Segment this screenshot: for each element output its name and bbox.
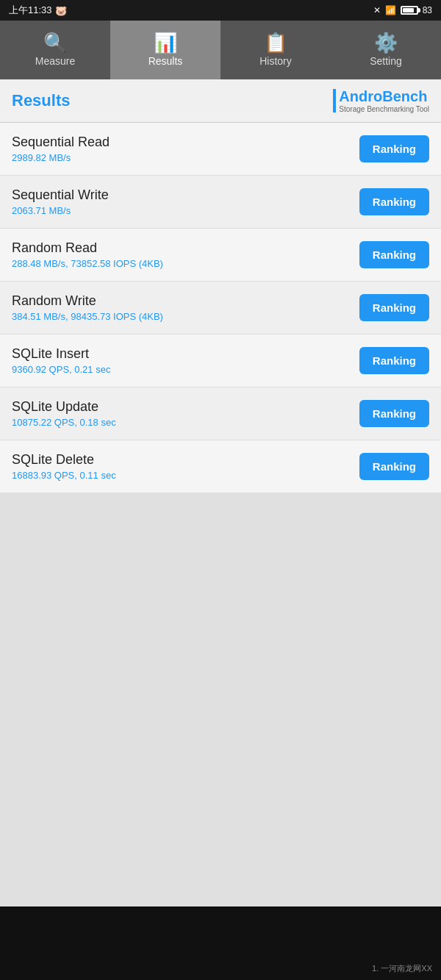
results-icon: 📊 [154,33,177,52]
status-bar: 上午11:33 🐷 ✕ 📶 83 [0,0,441,21]
benchmark-name: Random Write [12,293,351,309]
brand-name-part1: Andro [339,88,382,104]
status-right: ✕ 📶 83 [373,5,432,15]
benchmark-name: SQLite Insert [12,346,351,362]
brand-logo: AndroBench Storage Benchmarking Tool [333,88,429,113]
benchmark-info: SQLite Update 10875.22 QPS, 0.18 sec [12,399,351,428]
nav-tabs: 🔍 Measure 📊 Results 📋 History ⚙️ Setting [0,21,441,79]
brand-vertical-bar [333,89,336,112]
tab-results[interactable]: 📊 Results [110,21,220,79]
benchmark-info: Random Read 288.48 MB/s, 73852.58 IOPS (… [12,240,351,269]
benchmark-value: 288.48 MB/s, 73852.58 IOPS (4KB) [12,258,351,269]
results-title: Results [12,91,70,110]
benchmark-name: SQLite Update [12,399,351,415]
table-row: Random Write 384.51 MB/s, 98435.73 IOPS … [0,282,441,335]
benchmark-info: Random Write 384.51 MB/s, 98435.73 IOPS … [12,293,351,322]
tab-setting-label: Setting [370,55,402,67]
watermark-area [0,493,441,906]
ranking-button[interactable]: Ranking [359,294,429,321]
benchmark-value: 384.51 MB/s, 98435.73 IOPS (4KB) [12,311,351,322]
measure-icon: 🔍 [43,33,67,52]
benchmark-info: Sequential Write 2063.71 MB/s [12,187,351,216]
benchmark-info: SQLite Insert 9360.92 QPS, 0.21 sec [12,346,351,375]
brand-tagline: Storage Benchmarking Tool [339,105,429,113]
table-row: SQLite Delete 16883.93 QPS, 0.11 sec Ran… [0,440,441,493]
benchmark-list: Sequential Read 2989.82 MB/s Ranking Seq… [0,123,441,493]
history-icon: 📋 [264,33,287,52]
benchmark-name: Sequential Write [12,187,351,203]
benchmark-name: Sequential Read [12,135,351,150]
tab-setting[interactable]: ⚙️ Setting [331,21,441,79]
tab-measure-label: Measure [35,55,75,67]
ranking-button[interactable]: Ranking [359,241,429,268]
battery-icon [401,6,418,15]
benchmark-info: SQLite Delete 16883.93 QPS, 0.11 sec [12,452,351,481]
close-icon: ✕ [373,5,381,15]
wifi-icon: 📶 [385,5,396,15]
ranking-button[interactable]: Ranking [359,453,429,480]
benchmark-value: 9360.92 QPS, 0.21 sec [12,364,351,375]
time-display: 上午11:33 [9,4,52,17]
tab-history[interactable]: 📋 History [220,21,331,79]
brand-name-part2: Bench [382,88,427,104]
ranking-button[interactable]: Ranking [359,188,429,215]
benchmark-name: SQLite Delete [12,452,351,468]
brand-name-container: AndroBench Storage Benchmarking Tool [339,88,429,113]
app-icon: 🐷 [55,5,67,16]
benchmark-value: 16883.93 QPS, 0.11 sec [12,470,351,481]
bottom-area: 1. 一河南龙网XX [0,906,441,980]
bottom-watermark: 1. 一河南龙网XX [372,963,432,974]
brand-bar: AndroBench Storage Benchmarking Tool [333,88,429,113]
table-row: SQLite Insert 9360.92 QPS, 0.21 sec Rank… [0,335,441,387]
results-header: Results AndroBench Storage Benchmarking … [0,79,441,123]
ranking-button[interactable]: Ranking [359,400,429,427]
brand-name: AndroBench [339,88,429,105]
results-title-container: Results [12,91,70,110]
benchmark-info: Sequential Read 2989.82 MB/s [12,135,351,163]
main-content: Results AndroBench Storage Benchmarking … [0,79,441,906]
benchmark-value: 10875.22 QPS, 0.18 sec [12,417,351,428]
table-row: Random Read 288.48 MB/s, 73852.58 IOPS (… [0,229,441,282]
ranking-button[interactable]: Ranking [359,135,429,162]
table-row: Sequential Read 2989.82 MB/s Ranking [0,123,441,176]
benchmark-value: 2063.71 MB/s [12,205,351,216]
table-row: SQLite Update 10875.22 QPS, 0.18 sec Ran… [0,387,441,440]
status-left: 上午11:33 🐷 [9,4,67,17]
tab-history-label: History [259,55,292,67]
benchmark-value: 2989.82 MB/s [12,152,351,163]
benchmark-name: Random Read [12,240,351,256]
battery-level: 83 [423,5,432,15]
tab-measure[interactable]: 🔍 Measure [0,21,110,79]
table-row: Sequential Write 2063.71 MB/s Ranking [0,176,441,229]
ranking-button[interactable]: Ranking [359,347,429,374]
battery-fill [403,8,414,12]
tab-results-label: Results [148,55,183,67]
setting-icon: ⚙️ [374,33,398,52]
